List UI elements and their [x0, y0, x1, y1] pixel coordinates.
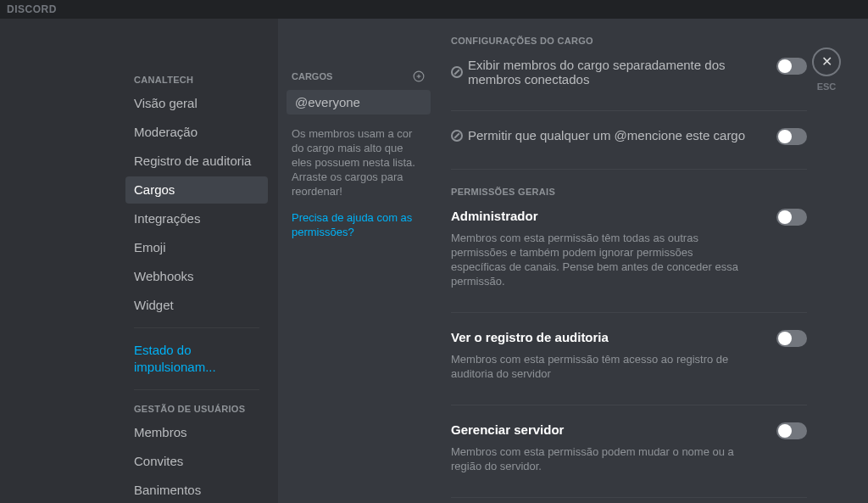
close-icon: ✕	[821, 55, 832, 69]
role-item-everyone[interactable]: @everyone	[287, 90, 431, 115]
close-settings: ✕ ESC	[812, 48, 841, 92]
divider	[451, 312, 807, 313]
sidebar-item-boost-status[interactable]: Estado do impulsionam...	[125, 337, 268, 381]
toggle-display-separate[interactable]	[776, 58, 807, 75]
main-layout: CANALTECH Visão geral Moderação Registro…	[0, 19, 868, 503]
esc-label: ESC	[817, 81, 837, 92]
toggle-allow-mention[interactable]	[776, 128, 807, 145]
sidebar-item-audit-log[interactable]: Registro de auditoria	[125, 148, 268, 175]
toggle-manage-server[interactable]	[776, 422, 807, 439]
perm-desc-view-audit: Membros com esta permissão têm acesso ao…	[451, 352, 739, 381]
app-name: Discord	[7, 3, 57, 15]
settings-sidebar: CANALTECH Visão geral Moderação Registro…	[0, 19, 278, 503]
roles-heading: CARGOS	[292, 71, 332, 81]
sidebar-item-integrations[interactable]: Integrações	[125, 205, 268, 232]
perm-desc-administrator: Membros com esta permissão têm todas as …	[451, 231, 739, 288]
divider	[451, 405, 807, 405]
sidebar-item-members[interactable]: Membros	[125, 419, 268, 446]
forbidden-icon	[451, 130, 463, 142]
sidebar-divider	[134, 389, 259, 390]
sidebar-user-mgmt-heading: GESTÃO DE USUÁRIOS	[125, 399, 268, 419]
sidebar-item-webhooks[interactable]: Webhooks	[125, 263, 268, 290]
divider	[451, 110, 807, 111]
sidebar-item-roles[interactable]: Cargos	[125, 176, 268, 204]
setting-allow-mention: Permitir que qualquer um @mencione este …	[451, 128, 745, 143]
add-role-icon[interactable]	[412, 70, 426, 83]
divider	[451, 497, 807, 498]
sidebar-item-bans[interactable]: Banimentos	[125, 477, 268, 503]
roles-help-link[interactable]: Precisa de ajuda com as permissões?	[287, 198, 431, 239]
sidebar-item-invites[interactable]: Convites	[125, 448, 268, 475]
sidebar-divider	[134, 327, 259, 328]
role-settings-content: CONFIGURAÇÕES DO CARGO Exibir membros do…	[439, 19, 868, 503]
perm-title-manage-server: Gerenciar servidor	[451, 422, 564, 437]
sidebar-item-widget[interactable]: Widget	[125, 292, 268, 319]
sidebar-server-heading: CANALTECH	[125, 70, 268, 90]
roles-column: CARGOS @everyone Os membros usam a cor d…	[278, 19, 439, 503]
divider	[451, 169, 807, 170]
perm-desc-manage-server: Membros com esta permissão podem mudar o…	[451, 444, 739, 473]
sidebar-item-overview[interactable]: Visão geral	[125, 90, 268, 117]
toggle-view-audit[interactable]	[776, 330, 807, 347]
forbidden-icon	[451, 66, 463, 78]
roles-note: Os membros usam a cor do cargo mais alto…	[287, 115, 431, 198]
title-bar: Discord	[0, 0, 868, 19]
toggle-administrator[interactable]	[776, 209, 807, 226]
close-button[interactable]: ✕	[812, 48, 841, 76]
role-settings-heading: CONFIGURAÇÕES DO CARGO	[451, 36, 807, 46]
perm-title-view-audit: Ver o registro de auditoria	[451, 330, 609, 344]
sidebar-item-moderation[interactable]: Moderação	[125, 119, 268, 146]
setting-display-separate: Exibir membros do cargo separadamente do…	[451, 58, 763, 87]
sidebar-item-emoji[interactable]: Emoji	[125, 234, 268, 261]
perm-title-administrator: Administrador	[451, 209, 538, 223]
general-perms-heading: PERMISSÕES GERAIS	[451, 187, 807, 197]
